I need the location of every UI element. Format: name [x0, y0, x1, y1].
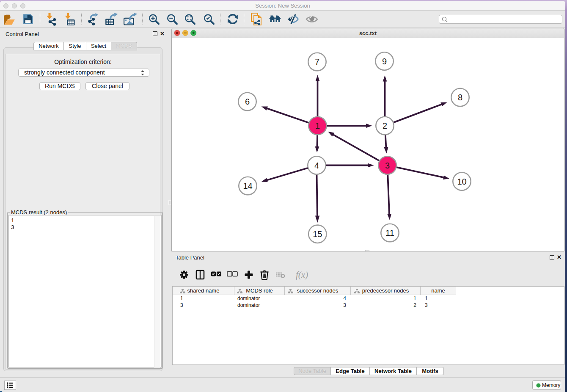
svg-text:4: 4 — [314, 161, 319, 170]
svg-text:f(x): f(x) — [296, 270, 308, 280]
svg-text:1: 1 — [315, 121, 320, 130]
svg-text:11: 11 — [385, 228, 394, 237]
svg-text:14: 14 — [243, 181, 252, 190]
svg-text:2: 2 — [383, 121, 387, 130]
svg-text:6: 6 — [245, 97, 250, 106]
svg-text:3: 3 — [385, 161, 390, 170]
svg-text:9: 9 — [382, 57, 387, 66]
svg-text:8: 8 — [458, 93, 462, 102]
svg-text:15: 15 — [313, 229, 322, 239]
svg-text:10: 10 — [457, 177, 466, 186]
svg-text:7: 7 — [315, 57, 319, 66]
